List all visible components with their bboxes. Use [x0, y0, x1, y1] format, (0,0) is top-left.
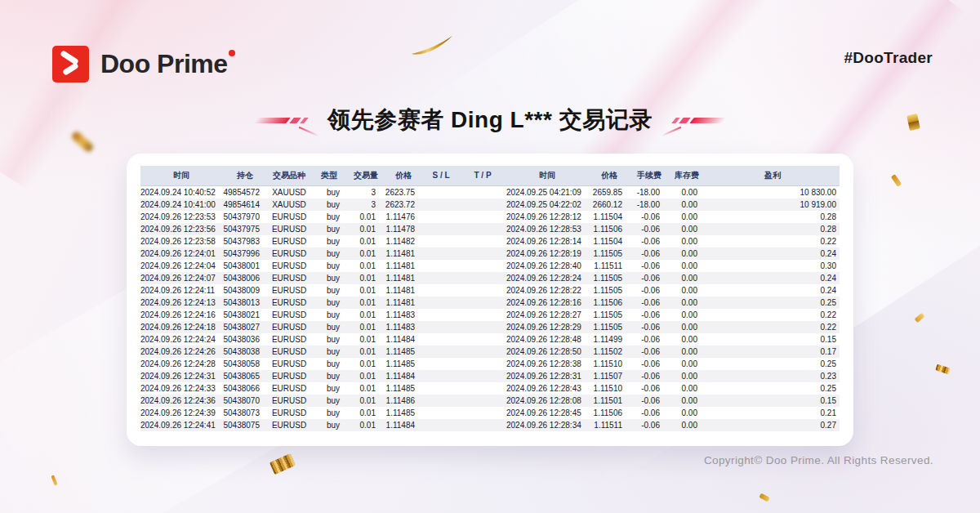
table-cell: 0.01	[348, 358, 384, 370]
table-cell: 2024.09.26 12:24:07	[140, 272, 222, 284]
column-header: 价格	[384, 166, 423, 185]
column-header: 价格	[588, 166, 630, 185]
table-cell: 0.27	[706, 419, 840, 431]
top-bar: Doo Prime #DooTrader	[0, 0, 980, 90]
table-cell: 0.00	[668, 248, 706, 260]
table-cell	[423, 272, 459, 284]
table-cell: buy	[310, 407, 348, 419]
table-cell: 1.11482	[384, 235, 423, 248]
table-cell: EURUSD	[268, 333, 310, 346]
table-cell: buy	[310, 297, 348, 309]
table-cell: 1.11507	[588, 370, 630, 382]
table-cell: 1.11481	[384, 272, 423, 284]
table-cell: 0.17	[706, 346, 840, 358]
table-cell: 2024.09.26 12:28:14	[506, 235, 588, 248]
table-cell: 0.01	[348, 321, 384, 333]
table-row: 2024.09.26 12:24:2650438038EURUSDbuy0.01…	[140, 346, 840, 358]
promo-banner: Doo Prime #DooTrader 领先参赛者 Ding L*** 交易记…	[0, 0, 980, 513]
table-cell: 2024.09.26 12:24:16	[140, 309, 222, 321]
table-cell: buy	[310, 284, 348, 297]
table-cell	[423, 407, 459, 419]
table-cell: 2024.09.26 12:24:24	[140, 333, 222, 346]
title-row: 领先参赛者 Ding L*** 交易记录	[0, 105, 980, 136]
table-cell: 0.00	[668, 199, 706, 211]
table-cell: 0.22	[706, 235, 840, 248]
table-cell: 50438036	[222, 333, 268, 346]
table-cell: -18.00	[630, 185, 668, 199]
table-cell: 50438075	[222, 419, 268, 431]
speed-lines-right	[674, 118, 724, 123]
hashtag-dootrader: #DooTrader	[844, 49, 933, 67]
table-cell: 2024.09.26 12:28:22	[506, 284, 588, 297]
table-cell	[423, 395, 459, 407]
table-cell: 2623.72	[384, 199, 423, 211]
brand-i-dot	[229, 50, 235, 56]
table-cell: 2024.09.26 12:23:53	[140, 211, 222, 223]
table-cell: 3	[348, 199, 384, 211]
table-cell: buy	[310, 223, 348, 235]
table-cell: 1.11485	[384, 346, 423, 358]
table-cell: 49854614	[222, 199, 268, 211]
table-cell: buy	[310, 309, 348, 321]
table-cell: 1.11505	[588, 309, 630, 321]
table-cell: buy	[310, 395, 348, 407]
table-cell: 49854572	[222, 185, 268, 199]
table-cell: 0.01	[348, 223, 384, 235]
table-cell: 1.11511	[588, 419, 630, 431]
table-cell: 2024.09.25 04:22:02	[506, 199, 588, 211]
table-cell: 2660.12	[588, 199, 630, 211]
table-cell: 2623.75	[384, 185, 423, 199]
table-cell	[459, 272, 506, 284]
table-cell	[459, 370, 506, 382]
speed-lines-left	[256, 118, 306, 123]
table-cell	[423, 211, 459, 223]
table-cell: 50437975	[222, 223, 268, 235]
table-body: 2024.09.24 10:40:5249854572XAUUSDbuy3262…	[140, 185, 840, 431]
table-cell: -0.06	[630, 309, 668, 321]
table-cell: -0.06	[630, 407, 668, 419]
table-cell: EURUSD	[268, 382, 310, 395]
table-cell	[423, 358, 459, 370]
table-cell	[423, 260, 459, 272]
table-cell: 2024.09.24 10:40:52	[140, 185, 222, 199]
confetti-ribbon	[891, 174, 902, 187]
confetti-ribbon	[270, 453, 296, 475]
table-cell: 2024.09.26 12:24:26	[140, 346, 222, 358]
table-cell: -0.06	[630, 419, 668, 431]
table-cell	[459, 358, 506, 370]
table-row: 2024.09.26 12:24:3950438073EURUSDbuy0.01…	[140, 407, 840, 419]
table-cell: 2024.09.26 12:28:08	[506, 395, 588, 407]
table-cell: 2024.09.26 12:23:56	[140, 223, 222, 235]
table-row: 2024.09.26 12:24:3150438065EURUSDbuy0.01…	[140, 370, 840, 382]
table-cell	[459, 185, 506, 199]
table-cell: 2024.09.26 12:28:16	[506, 297, 588, 309]
table-row: 2024.09.26 12:24:2850438058EURUSDbuy0.01…	[140, 358, 840, 370]
column-header: S / L	[423, 166, 459, 185]
table-cell: -0.06	[630, 272, 668, 284]
table-cell: EURUSD	[268, 419, 310, 431]
table-row: 2024.09.26 12:23:5350437970EURUSDbuy0.01…	[140, 211, 840, 223]
table-cell: 50438066	[222, 382, 268, 395]
table-cell: 1.11505	[588, 248, 630, 260]
table-cell: 0.00	[668, 346, 706, 358]
column-header: 库存费	[668, 166, 706, 185]
column-header: 交易量	[348, 166, 384, 185]
table-row: 2024.09.26 12:23:5850437983EURUSDbuy0.01…	[140, 235, 840, 248]
table-cell: buy	[310, 272, 348, 284]
table-cell: -0.06	[630, 370, 668, 382]
table-cell	[459, 395, 506, 407]
table-cell: EURUSD	[268, 211, 310, 223]
table-cell: 50438021	[222, 309, 268, 321]
table-cell: 50438073	[222, 407, 268, 419]
table-cell: 1.11505	[588, 284, 630, 297]
table-cell: 1.11484	[384, 419, 423, 431]
table-cell: 0.01	[348, 309, 384, 321]
table-cell: 0.25	[706, 358, 840, 370]
table-cell: 0.01	[348, 395, 384, 407]
table-cell	[423, 248, 459, 260]
table-cell: 1.11486	[384, 395, 423, 407]
table-cell: -0.06	[630, 395, 668, 407]
table-cell: 2024.09.26 12:28:40	[506, 260, 588, 272]
table-row: 2024.09.26 12:24:2450438036EURUSDbuy0.01…	[140, 333, 840, 346]
table-cell: 1.11504	[588, 211, 630, 223]
